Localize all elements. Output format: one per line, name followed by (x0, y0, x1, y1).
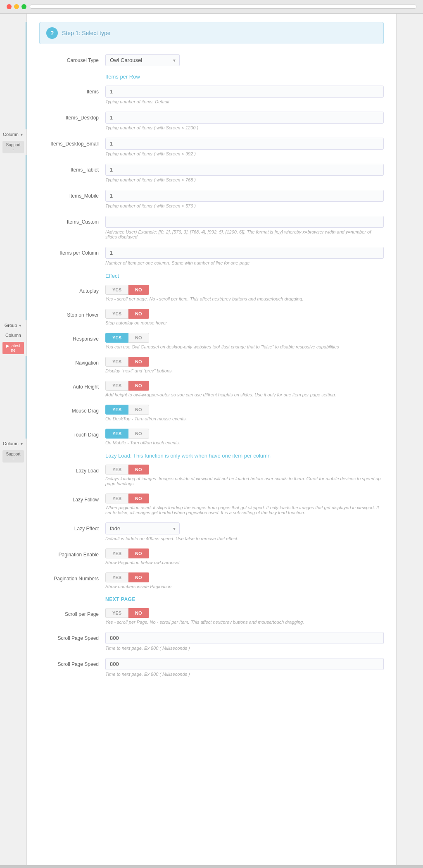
stop-on-hover-no-button[interactable]: NO (128, 309, 149, 319)
lazy-load-no-button[interactable]: NO (128, 465, 149, 475)
scroll-page-speed-input[interactable] (105, 632, 384, 644)
items-custom-field: (Advance User) Example: [[0, 2], [576, 3… (105, 216, 384, 239)
maximize-button[interactable] (21, 4, 26, 9)
items-desktop-small-input[interactable] (105, 138, 384, 150)
column-arrow-icon: ▼ (20, 133, 24, 137)
items-label: Items (39, 86, 105, 95)
lazy-follow-no-button[interactable]: NO (128, 494, 149, 503)
pagination-enable-row: Pagination Enable YES NO Show Pagination… (39, 548, 384, 565)
touch-drag-hint: On Mobile - Turn off/on touch events. (105, 440, 384, 445)
stop-on-hover-label: Stop on Hover (39, 309, 105, 318)
auto-height-label: Auto Height (39, 381, 105, 390)
mouse-drag-field: YES NO On DeskTop - Turn off/on mouse ev… (105, 405, 384, 421)
auto-height-field: YES NO Add height to owl-wrapper-outer s… (105, 381, 384, 397)
autoplay-yes-button[interactable]: YES (105, 285, 128, 295)
mouse-drag-label: Mouse Drag (39, 405, 105, 414)
auto-height-toggle: YES NO (105, 381, 384, 391)
sidebar-item-column3[interactable]: Column ▼ (0, 439, 26, 448)
items-custom-input[interactable] (105, 216, 384, 228)
traffic-lights (7, 4, 26, 9)
pagination-numbers-field: YES NO Show numbers inside Pagination (105, 572, 384, 589)
column3-arrow-icon: ▼ (20, 442, 24, 446)
navigation-field: YES NO Display "next" and "prev" buttons… (105, 357, 384, 373)
auto-height-yes-button[interactable]: YES (105, 381, 128, 391)
pagination-numbers-label: Pagination Numbers (39, 572, 105, 582)
pagination-numbers-no-button[interactable]: NO (128, 572, 149, 582)
carousel-type-row: Carousel Type Owl Carousel Bootstrap Car… (39, 54, 384, 66)
sidebar-left: Column ▼ Support - Group ▼ Column ▶ late… (0, 14, 27, 865)
items-desktop-small-hint: Typing number of items ( with Screen < 9… (105, 151, 384, 156)
latest-item[interactable]: ▶ latest ne (2, 342, 24, 354)
lazy-follow-row: Lazy Follow YES NO When pagination used,… (39, 494, 384, 515)
items-per-column-row: Items per Column Number of item per one … (39, 247, 384, 265)
stop-on-hover-yes-button[interactable]: YES (105, 309, 128, 319)
minimize-button[interactable] (14, 4, 19, 9)
stop-on-hover-field: YES NO Stop autoplay on mouse hover (105, 309, 384, 325)
pagination-numbers-yes-button[interactable]: YES (105, 572, 128, 582)
carousel-type-select[interactable]: Owl Carousel Bootstrap Carousel Slick Ca… (105, 54, 180, 66)
scroll-page-speed2-input[interactable] (105, 658, 384, 670)
sidebar-item-column[interactable]: Column ▼ (0, 129, 26, 139)
group-arrow-icon: ▼ (18, 324, 22, 328)
items-per-column-field: Number of item per one column. Same with… (105, 247, 384, 265)
items-mobile-hint: Typing number of items ( with Screen < 5… (105, 203, 384, 208)
pagination-enable-yes-button[interactable]: YES (105, 548, 128, 558)
items-desktop-small-label: Items_Desktop_Small (39, 138, 105, 147)
items-per-column-input[interactable] (105, 247, 384, 259)
sidebar-item-column2[interactable]: Column (0, 330, 26, 340)
close-button[interactable] (7, 4, 12, 9)
items-custom-row: Items_Custom (Advance User) Example: [[0… (39, 216, 384, 239)
scroll-per-page-label: Scroll per Page (39, 608, 105, 617)
lazy-load-hint: Delays loading of images. Images outside… (105, 476, 384, 486)
touch-drag-yes-button[interactable]: YES (105, 429, 128, 439)
scroll-per-page-hint: Yes - scroll per Page. No - scroll per I… (105, 620, 384, 625)
lazy-load-yes-button[interactable]: YES (105, 465, 128, 475)
mouse-drag-no-button[interactable]: NO (128, 405, 149, 415)
items-mobile-input[interactable] (105, 190, 384, 202)
scroll-per-page-no-button[interactable]: NO (128, 608, 149, 618)
items-tablet-row: Items_Tablet Typing number of items ( wi… (39, 164, 384, 182)
navigation-no-button[interactable]: NO (128, 357, 149, 367)
items-row: Items Typing number of items. Default (39, 86, 384, 104)
sidebar-support2: Support - (2, 450, 24, 463)
step-title: Step 1: Select type (62, 30, 111, 36)
step-icon: ? (46, 27, 58, 39)
carousel-type-field: Owl Carousel Bootstrap Carousel Slick Ca… (105, 54, 384, 66)
lazy-effect-select[interactable]: fade none (105, 522, 180, 534)
pagination-enable-toggle: YES NO (105, 548, 384, 558)
lazy-follow-yes-button[interactable]: YES (105, 494, 128, 503)
pagination-numbers-row: Pagination Numbers YES NO Show numbers i… (39, 572, 384, 589)
carousel-type-select-wrapper: Owl Carousel Bootstrap Carousel Slick Ca… (105, 54, 180, 66)
sidebar-item-group[interactable]: Group ▼ (0, 320, 26, 330)
pagination-enable-hint: Show Pagination below owl-carousel. (105, 560, 384, 565)
items-desktop-hint: Typing number of items ( with Screen < 1… (105, 125, 384, 130)
items-tablet-input[interactable] (105, 164, 384, 176)
lazy-load-label: Lazy Load (39, 465, 105, 474)
items-desktop-input[interactable] (105, 112, 384, 124)
autoplay-hint: Yes - scroll per page. No - scroll per i… (105, 296, 384, 301)
auto-height-no-button[interactable]: NO (128, 381, 149, 391)
navigation-yes-button[interactable]: YES (105, 357, 128, 367)
mouse-drag-yes-button[interactable]: YES (105, 405, 128, 415)
responsive-yes-button[interactable]: YES (105, 333, 128, 343)
auto-height-hint: Add height to owl-wrapper-outer so you c… (105, 392, 384, 397)
autoplay-toggle: YES NO (105, 285, 384, 295)
items-desktop-small-row: Items_Desktop_Small Typing number of ite… (39, 138, 384, 156)
stop-on-hover-hint: Stop autoplay on mouse hover (105, 320, 384, 325)
autoplay-no-button[interactable]: NO (128, 285, 149, 295)
pagination-enable-no-button[interactable]: NO (128, 548, 149, 558)
items-mobile-label: Items_Mobile (39, 190, 105, 199)
url-bar[interactable] (30, 5, 416, 9)
lazy-effect-row: Lazy Effect fade none ▼ Default is fadeI… (39, 522, 384, 541)
responsive-no-button[interactable]: NO (128, 333, 149, 343)
scroll-per-page-yes-button[interactable]: YES (105, 608, 128, 618)
stop-on-hover-row: Stop on Hover YES NO Stop autoplay on mo… (39, 309, 384, 325)
pagination-enable-field: YES NO Show Pagination below owl-carouse… (105, 548, 384, 565)
touch-drag-no-button[interactable]: NO (128, 429, 149, 439)
responsive-field: YES NO You can use Owl Carousel on deskt… (105, 333, 384, 349)
items-tablet-label: Items_Tablet (39, 164, 105, 173)
lazy-effect-field: fade none ▼ Default is fadeIn on 400ms s… (105, 522, 384, 541)
lazy-effect-hint: Default is fadeIn on 400ms speed. Use fa… (105, 536, 384, 541)
items-input[interactable] (105, 86, 384, 98)
lazy-load-header: Lazy Load: This function is only work wh… (105, 453, 384, 459)
